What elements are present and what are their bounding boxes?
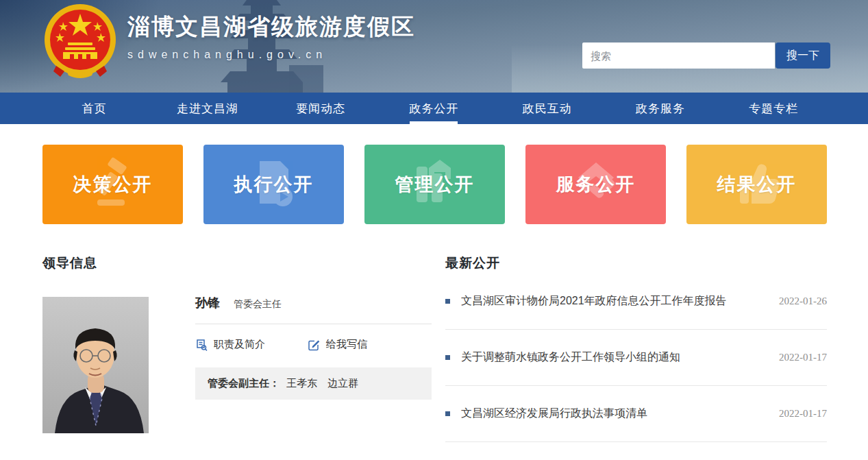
nav-item-services[interactable]: 政务服务	[604, 93, 717, 124]
card-management-disclosure[interactable]: 管理公开	[364, 145, 505, 224]
leader-info-panel: 孙锋 管委会主任 职责及简介 给我写	[195, 295, 432, 400]
card-label: 决策公开	[73, 172, 153, 197]
card-result-disclosure[interactable]: 结果公开	[686, 145, 827, 224]
leader-name: 孙锋	[195, 295, 220, 311]
latest-disclosure-list: 文昌湖区审计物价局2021年政府信息公开工作年度报告 2022-01-26 关于…	[445, 274, 827, 442]
main-nav-inner: 首页 走进文昌湖 要闻动态 政务公开 政民互动 政务服务 专题专栏	[38, 93, 830, 124]
deputy-label: 管委会副主任：	[208, 377, 280, 390]
item-title: 文昌湖区经济发展局行政执法事项清单	[461, 407, 767, 421]
nav-item-interaction[interactable]: 政民互动	[491, 93, 604, 124]
compose-icon	[308, 339, 320, 351]
write-to-me-link[interactable]: 给我写信	[308, 338, 367, 351]
card-decision-disclosure[interactable]: 决策公开	[42, 145, 183, 224]
site-url: sdwenchanghu.gov.cn	[127, 49, 415, 61]
leader-duties-label: 职责及简介	[214, 338, 265, 351]
leader-links: 职责及简介 给我写信	[195, 338, 432, 351]
square-bullet-icon	[445, 411, 450, 416]
leader-portrait-photo	[42, 297, 149, 433]
nav-item-topics[interactable]: 专题专栏	[717, 93, 830, 124]
square-bullet-icon	[445, 355, 450, 360]
item-date: 2022-01-17	[779, 408, 827, 420]
leader-portrait-image	[42, 297, 149, 433]
leader-post: 管委会主任	[234, 298, 282, 311]
latest-section-title: 最新公开	[445, 254, 500, 272]
site-identity: 淄博文昌湖省级旅游度假区 sdwenchanghu.gov.cn	[127, 12, 415, 61]
deputy-directors-box: 管委会副主任： 王孝东 边立群	[195, 367, 432, 400]
card-label: 服务公开	[556, 172, 636, 197]
nav-item-news[interactable]: 要闻动态	[264, 93, 377, 124]
leader-duties-link[interactable]: 职责及简介	[195, 338, 265, 351]
card-service-disclosure[interactable]: 服务公开	[525, 145, 666, 224]
item-date: 2022-01-17	[779, 352, 827, 363]
document-search-icon	[195, 339, 208, 351]
square-bullet-icon	[445, 299, 450, 304]
national-emblem-logo	[40, 3, 121, 80]
card-label: 管理公开	[395, 172, 475, 197]
item-title: 文昌湖区审计物价局2021年政府信息公开工作年度报告	[461, 294, 767, 308]
search-button[interactable]: 搜一下	[776, 43, 830, 69]
leader-name-row: 孙锋 管委会主任	[195, 295, 432, 311]
list-item[interactable]: 关于调整萌水镇政务公开工作领导小组的通知 2022-01-17	[445, 330, 827, 386]
nav-item-home[interactable]: 首页	[38, 93, 151, 124]
list-item[interactable]: 文昌湖区审计物价局2021年政府信息公开工作年度报告 2022-01-26	[445, 274, 827, 330]
card-label: 执行公开	[234, 172, 314, 197]
leader-divider	[195, 324, 432, 324]
list-item[interactable]: 文昌湖区经济发展局行政执法事项清单 2022-01-17	[445, 386, 827, 442]
leadership-section-title: 领导信息	[42, 254, 97, 272]
main-nav: 首页 走进文昌湖 要闻动态 政务公开 政民互动 政务服务 专题专栏	[0, 93, 868, 124]
site-header: 淄博文昌湖省级旅游度假区 sdwenchanghu.gov.cn 搜一下	[0, 0, 868, 93]
write-to-me-label: 给我写信	[326, 338, 367, 351]
search-bar: 搜一下	[582, 43, 830, 69]
nav-item-about[interactable]: 走进文昌湖	[151, 93, 264, 124]
search-input[interactable]	[582, 43, 775, 69]
disclosure-quick-links: 决策公开 执行公开 管理公开	[42, 145, 827, 224]
item-title: 关于调整萌水镇政务公开工作领导小组的通知	[461, 350, 767, 365]
nav-item-gov-disclosure[interactable]: 政务公开	[377, 93, 491, 124]
card-label: 结果公开	[717, 172, 797, 197]
item-date: 2022-01-26	[779, 295, 827, 307]
deputy-names: 王孝东 边立群	[286, 377, 358, 390]
card-execution-disclosure[interactable]: 执行公开	[203, 145, 344, 224]
site-title: 淄博文昌湖省级旅游度假区	[127, 12, 415, 43]
